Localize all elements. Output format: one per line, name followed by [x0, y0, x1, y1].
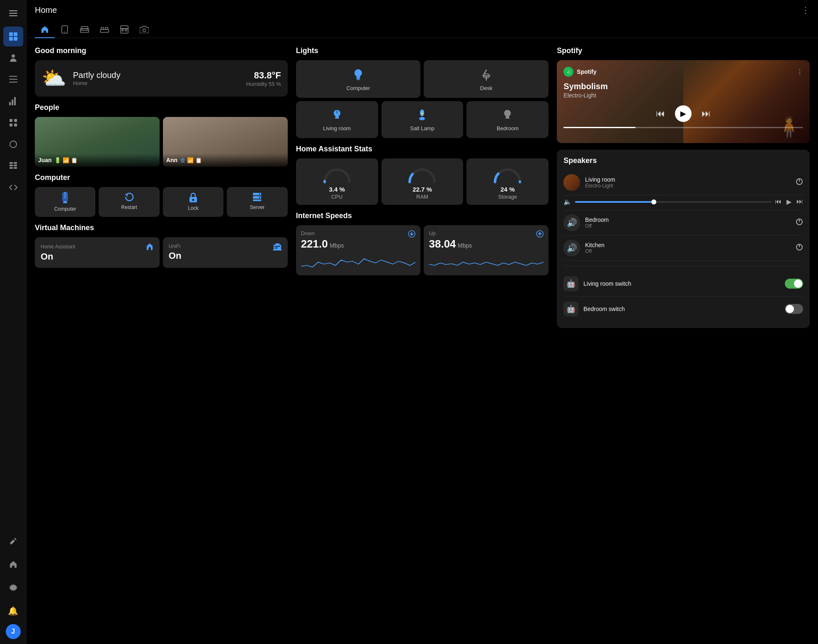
sidebar-item-grid[interactable] [3, 113, 23, 133]
sidebar-item-chart[interactable] [3, 91, 23, 111]
sidebar-item-hacs[interactable] [3, 156, 23, 176]
person-overlay-juan: Juan 🔋 📶 📋 [35, 153, 160, 167]
person-name-ann: Ann [166, 157, 177, 163]
vm-card-unifi[interactable]: UniFi On [163, 237, 288, 268]
speaker-living-power-button[interactable] [796, 178, 803, 187]
topbar-menu-button[interactable]: ⋮ [801, 5, 810, 15]
svg-rect-23 [14, 165, 17, 166]
menu-button[interactable] [5, 5, 22, 22]
speaker-bedroom-name: Bedroom [585, 216, 791, 223]
svg-rect-14 [10, 119, 12, 122]
spotify-section: Spotify 🧍 ♫ Spotify ⋮ [557, 46, 810, 143]
volume-prev-button[interactable]: ⏮ [775, 198, 782, 206]
svg-rect-16 [10, 124, 12, 126]
server-btn-label: Server [250, 204, 265, 210]
cpu-gauge [320, 163, 354, 184]
tab-camera[interactable] [134, 22, 154, 38]
lock-button[interactable]: Lock [163, 187, 223, 217]
speaker-kitchen-power-button[interactable] [796, 243, 803, 253]
sidebar-item-dashboard[interactable] [3, 27, 23, 46]
light-living-label: Living room [323, 125, 351, 131]
svg-rect-3 [9, 32, 13, 36]
main-area: Home ⋮ [27, 0, 818, 644]
speaker-bedroom-avatar: 🔊 [563, 214, 580, 231]
lights-section: Lights Computer [296, 46, 549, 138]
volume-row: 🔈 ⏮ ▶ ⏭ [563, 195, 803, 210]
light-living[interactable]: Living room [296, 101, 378, 138]
svg-rect-12 [12, 100, 13, 105]
switch-bedroom-toggle[interactable] [785, 304, 803, 314]
svg-point-35 [122, 29, 124, 31]
switch-living-icon: 🤖 [563, 276, 578, 291]
spotify-prev-button[interactable]: ⏮ [656, 108, 665, 119]
sidebar-item-refresh[interactable] [3, 134, 23, 154]
volume-next-button[interactable]: ⏭ [796, 198, 803, 206]
left-column: Good morning ⛅ Partly cloudy Home 83.8°F… [35, 46, 288, 328]
svg-point-50 [259, 197, 260, 198]
sidebar-item-person[interactable] [3, 48, 23, 68]
stat-cpu: 3.4 % CPU [296, 158, 378, 205]
tab-room2[interactable] [95, 22, 114, 38]
speed-up-card: Up 38.04 Mbps [424, 225, 549, 275]
sidebar-item-vscode[interactable] [3, 177, 23, 197]
sidebar-item-settings[interactable] [3, 578, 23, 598]
speaker-living-room: Living room Electro-Light [563, 170, 803, 195]
light-salt[interactable]: Salt Lamp [381, 101, 464, 138]
light-desk-label: Desk [480, 85, 493, 91]
tab-device[interactable] [55, 22, 75, 38]
svg-rect-17 [14, 124, 17, 126]
light-computer[interactable]: Computer [296, 60, 421, 98]
spotify-more-button[interactable]: ⋮ [796, 68, 803, 76]
svg-rect-2 [9, 15, 17, 16]
light-bedroom[interactable]: Bedroom [466, 101, 549, 138]
speed-up-header: Up [429, 230, 544, 238]
tab-home[interactable] [35, 22, 55, 38]
speaker-bedroom: 🔊 Bedroom Off [563, 210, 803, 236]
speed-up-value: 38.04 Mbps [429, 238, 544, 250]
computer-button[interactable]: Computer [35, 187, 95, 217]
svg-rect-11 [9, 102, 11, 105]
speakers-section: Speakers Living room Electro-Light [557, 150, 810, 328]
restart-button[interactable]: Restart [99, 187, 159, 217]
spotify-next-button[interactable]: ⏭ [701, 108, 711, 119]
greeting-section: Good morning ⛅ Partly cloudy Home 83.8°F… [35, 46, 288, 97]
person-card-ann[interactable]: Ann 🗑 📶 📋 [163, 117, 288, 167]
person-card-juan[interactable]: Juan 🔋 📶 📋 [35, 117, 160, 167]
volume-fill [575, 201, 653, 203]
bell-button[interactable]: 🔔 [3, 601, 23, 621]
light-computer-label: Computer [347, 85, 370, 91]
right-column: Spotify 🧍 ♫ Spotify ⋮ [557, 46, 810, 328]
speaker-kitchen-status: Off [585, 248, 791, 254]
vm-grid: Home Assistant On UniFi [35, 237, 288, 268]
computer-section: Computer Computer [35, 173, 288, 217]
svg-rect-33 [121, 26, 128, 33]
user-avatar[interactable]: J [6, 624, 21, 639]
volume-play-button[interactable]: ▶ [786, 198, 791, 206]
server-button[interactable]: Server [227, 187, 287, 217]
volume-slider[interactable] [575, 201, 772, 203]
sidebar-item-tools[interactable] [3, 531, 23, 551]
storage-label: Storage [498, 194, 517, 200]
light-desk[interactable]: Desk [424, 60, 549, 98]
sidebar-item-list[interactable] [3, 70, 23, 90]
spotify-progress-bar[interactable] [563, 127, 803, 128]
svg-rect-32 [105, 27, 108, 29]
switch-living-name: Living room switch [583, 280, 780, 287]
tab-room1[interactable] [75, 22, 95, 38]
switch-living-knob [794, 279, 802, 288]
page-title: Home [35, 5, 57, 15]
spotify-play-button[interactable]: ▶ [675, 105, 692, 122]
switch-living-toggle[interactable] [785, 279, 803, 289]
sidebar-item-home[interactable] [3, 554, 23, 574]
tab-kitchen[interactable] [114, 22, 134, 38]
vm-unifi-label: UniFi [169, 243, 180, 249]
person-icons-ann: 🗑 📶 📋 [180, 157, 202, 163]
weather-temp: 83.8°F [246, 70, 281, 81]
weather-card: ⛅ Partly cloudy Home 83.8°F Humidity 55 … [35, 60, 288, 97]
svg-rect-9 [9, 79, 17, 80]
speaker-bedroom-power-button[interactable] [796, 218, 803, 228]
computer-title: Computer [35, 173, 288, 182]
vm-card-ha[interactable]: Home Assistant On [35, 237, 160, 268]
people-title: People [35, 103, 288, 112]
switches-section: 🤖 Living room switch 🤖 Bedroom switch [563, 266, 803, 321]
